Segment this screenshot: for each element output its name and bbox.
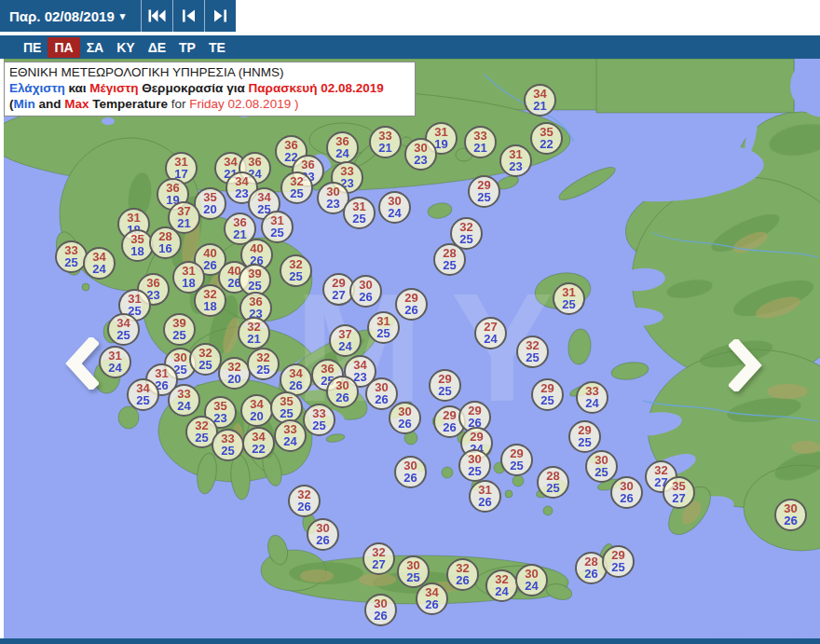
min-temp: 26 (316, 535, 329, 547)
min-temp: 27 (672, 493, 685, 505)
day-tab-ΠΑ[interactable]: ΠΑ (48, 37, 79, 58)
station-bubble: 3123 (499, 144, 532, 177)
station-bubble: 2925 (429, 369, 461, 402)
min-temp: 25 (221, 445, 234, 458)
chevron-right-icon (729, 339, 762, 391)
station-bubble: 3125 (261, 211, 294, 243)
day-tab-ΔΕ[interactable]: ΔΕ (142, 37, 172, 58)
min-temp: 21 (533, 101, 546, 113)
min-temp: 23 (213, 413, 226, 425)
station-bubble: 3125 (367, 311, 400, 344)
station-bubble: 3325 (212, 429, 244, 461)
station-bubble: 2925 (531, 378, 564, 411)
header-text-segment: και (65, 81, 90, 95)
map-title-box: ΕΘΝΙΚΗ ΜΕΤΕΩΡΟΛΟΓΙΚΗ ΥΠΗΡΕΣΙΑ (HNMS) Ελά… (4, 62, 416, 116)
day-tab-ΤΡ[interactable]: ΤΡ (172, 37, 202, 58)
header-text-segment: Παρασκευή 02.08.2019 (248, 81, 383, 95)
skip-first-button[interactable] (141, 0, 172, 32)
day-tab-ΠΕ[interactable]: ΠΕ (17, 37, 48, 58)
station-bubble: 3225 (189, 343, 222, 376)
station-bubble: 3426 (416, 582, 448, 615)
min-temp: 19 (434, 139, 447, 151)
station-bubble: 3218 (194, 284, 226, 317)
header-text-segment: Friday 02.08.2019 ) (189, 97, 298, 111)
min-temp: 21 (473, 143, 486, 155)
station-bubble: 3026 (774, 499, 807, 531)
min-temp: 26 (374, 610, 387, 623)
station-bubble: 3422 (242, 427, 275, 459)
station-bubble: 3425 (107, 313, 140, 346)
min-temp: 26 (289, 380, 302, 392)
station-bubble: 2925 (568, 420, 601, 453)
next-map-arrow[interactable] (729, 339, 762, 395)
header-text-segment: and (35, 97, 65, 111)
station-bubble: 3125 (553, 282, 585, 315)
min-temp: 23 (414, 155, 427, 167)
min-temp: 18 (203, 301, 216, 313)
station-bubble: 3321 (464, 126, 497, 158)
min-temp: 25 (352, 213, 365, 226)
current-date-label: Παρ. 02/08/2019 (9, 8, 115, 24)
station-bubble: 3425 (127, 378, 159, 411)
station-bubble: 3025 (585, 450, 618, 483)
station-bubble: 3225 (247, 348, 280, 380)
station-bubble: 2926 (395, 288, 428, 321)
min-temp: 25 (116, 330, 130, 342)
min-temp: 22 (252, 444, 265, 456)
min-temp: 26 (404, 305, 417, 317)
day-tab-ΤΕ[interactable]: ΤΕ (202, 37, 232, 58)
min-temp: 24 (388, 208, 401, 220)
station-bubble: 3026 (364, 594, 397, 626)
station-bubble: 3220 (218, 357, 251, 390)
header-line3: (Min and Max Temperature for Friday 02.0… (9, 96, 410, 112)
min-temp: 25 (594, 467, 608, 479)
previous-day-button[interactable] (172, 0, 204, 32)
min-temp: 24 (283, 436, 296, 448)
min-temp: 25 (256, 364, 269, 377)
min-temp: 23 (235, 188, 248, 200)
station-bubble: 3126 (469, 480, 501, 513)
days-bar: ΠΕΠΑΣΑΚΥΔΕΤΡΤΕ (0, 35, 820, 59)
min-temp: 25 (438, 386, 451, 398)
hnms-temperature-page: Παρ. 02/08/2019 ▾ ΠΕΠΑΣΑΚΥΔΕΤΡΤΕ (0, 0, 820, 644)
header-text-segment: Max (64, 97, 89, 111)
station-bubble: 2816 (149, 226, 182, 259)
station-bubble: 2925 (468, 175, 500, 208)
station-bubble: 3420 (240, 394, 273, 427)
min-temp: 18 (182, 278, 195, 290)
min-temp: 16 (158, 243, 171, 255)
min-temp: 21 (233, 229, 246, 241)
min-temp: 25 (198, 360, 212, 372)
station-bubble: 3026 (326, 376, 359, 408)
previous-map-arrow[interactable] (65, 337, 99, 393)
min-temp: 25 (443, 260, 456, 272)
header-line2: Ελάχιστη και Μέγιστη Θερμοκρασία για Παρ… (9, 80, 410, 96)
min-temp: 20 (227, 374, 240, 386)
min-temp: 26 (403, 473, 417, 485)
station-bubble: 3026 (307, 518, 339, 551)
min-temp: 23 (326, 199, 339, 211)
day-tab-ΚΥ[interactable]: ΚΥ (110, 37, 141, 58)
station-bubble: 3522 (530, 122, 563, 155)
min-temp: 20 (250, 411, 263, 423)
min-temp: 25 (172, 330, 185, 342)
next-day-button[interactable] (204, 0, 236, 32)
station-bubble: 3124 (99, 346, 131, 378)
station-bubble: 3324 (274, 419, 307, 452)
chevron-down-icon: ▾ (120, 11, 126, 21)
min-temp: 22 (540, 139, 553, 151)
station-bubble: 3026 (394, 456, 427, 488)
station-bubble: 2925 (602, 545, 635, 578)
min-temp: 25 (290, 188, 303, 200)
date-toolbar: Παρ. 02/08/2019 ▾ (0, 0, 236, 32)
station-bubble: 3224 (485, 569, 518, 602)
header-text-segment: Temperature (89, 97, 169, 111)
station-bubble: 3026 (389, 402, 421, 434)
station-bubble: 3226 (446, 558, 479, 591)
station-bubble: 3324 (168, 384, 200, 417)
day-tab-ΣΑ[interactable]: ΣΑ (80, 37, 111, 58)
min-temp: 25 (376, 328, 390, 340)
date-dropdown[interactable]: Παρ. 02/08/2019 ▾ (0, 0, 141, 32)
min-temp: 25 (562, 299, 575, 311)
skip-next-icon (213, 9, 227, 22)
